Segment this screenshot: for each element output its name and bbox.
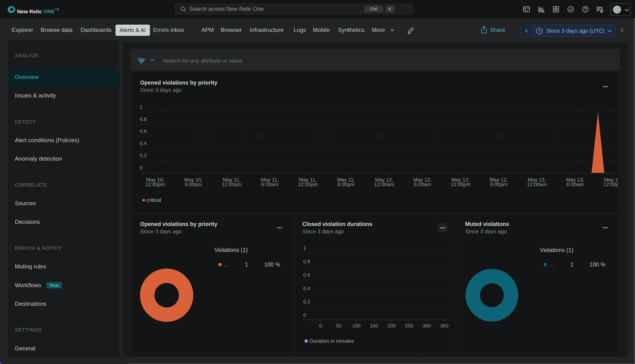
svg-text:critical: critical	[147, 197, 161, 203]
svg-text:12:00pm: 12:00pm	[451, 182, 471, 187]
svg-text:Duration in minutes: Duration in minutes	[310, 338, 354, 344]
svg-text:6:00am: 6:00am	[261, 182, 278, 187]
svg-text:250: 250	[405, 323, 413, 328]
svg-text:0.2: 0.2	[140, 152, 147, 158]
svg-text:150: 150	[370, 323, 378, 328]
svg-text:0.2: 0.2	[303, 299, 310, 304]
svg-text:12:00pm: 12:00pm	[603, 182, 618, 187]
svg-text:1: 1	[140, 104, 143, 110]
svg-text:0.4: 0.4	[303, 286, 310, 291]
svg-text:6:00am: 6:00am	[567, 182, 584, 187]
svg-text:0: 0	[303, 312, 306, 318]
svg-text:0.6: 0.6	[140, 128, 147, 134]
svg-text:6:00am: 6:00am	[414, 182, 431, 187]
svg-text:350: 350	[440, 323, 448, 328]
svg-text:0: 0	[319, 323, 322, 328]
svg-text:1: 1	[303, 245, 306, 251]
svg-text:12:00am: 12:00am	[222, 182, 241, 187]
svg-text:12:00am: 12:00am	[527, 182, 547, 187]
svg-text:50: 50	[336, 323, 341, 328]
svg-text:0: 0	[140, 165, 143, 170]
svg-text:0.6: 0.6	[303, 272, 310, 278]
svg-text:12:00am: 12:00am	[374, 182, 394, 187]
svg-text:12:00pm: 12:00pm	[298, 182, 318, 187]
svg-text:6:00pm: 6:00pm	[338, 182, 355, 187]
svg-text:300: 300	[423, 323, 431, 328]
svg-text:200: 200	[387, 323, 396, 328]
svg-text:0.8: 0.8	[303, 259, 310, 264]
svg-text:0.8: 0.8	[140, 116, 147, 122]
svg-text:6:00pm: 6:00pm	[185, 182, 202, 187]
svg-text:0.4: 0.4	[140, 140, 147, 146]
svg-text:12:00pm: 12:00pm	[145, 182, 165, 187]
svg-text:6:00pm: 6:00pm	[490, 182, 507, 187]
svg-text:100: 100	[352, 323, 361, 328]
